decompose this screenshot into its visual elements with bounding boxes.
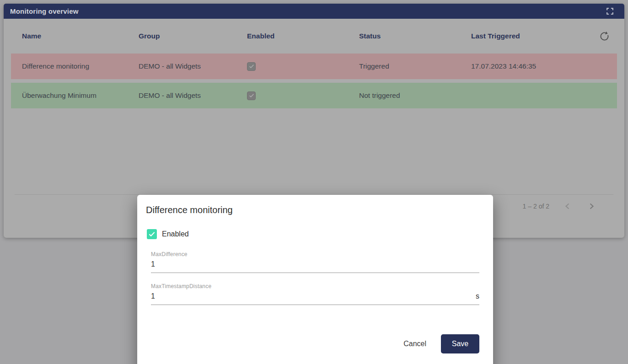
column-header-enabled: Enabled (247, 32, 359, 40)
column-header-name: Name (22, 32, 139, 40)
fullscreen-button[interactable] (606, 7, 614, 16)
check-icon (248, 92, 255, 99)
cell-group: DEMO - all Widgets (139, 62, 247, 70)
table-row[interactable]: Difference monitoring DEMO - all Widgets… (11, 54, 617, 79)
enabled-checkbox-row: Enabled (147, 229, 493, 239)
panel-title: Monitoring overview (10, 7, 79, 15)
cell-last-triggered: 17.07.2023 14:46:35 (471, 62, 599, 70)
table-header-row: Name Group Enabled Status Last Triggered (11, 19, 617, 54)
panel-titlebar: Monitoring overview (4, 4, 624, 19)
dialog-actions: Cancel Save (137, 334, 479, 353)
cell-status: Not triggered (359, 91, 471, 100)
refresh-icon (599, 31, 610, 42)
cell-name: Difference monitoring (22, 62, 139, 70)
max-timestamp-distance-label: MaxTimestampDistance (151, 283, 479, 289)
chevron-left-icon (562, 201, 573, 212)
chevron-right-icon (586, 201, 597, 212)
max-timestamp-distance-field: MaxTimestampDistance s (151, 283, 479, 305)
cell-group: DEMO - all Widgets (139, 91, 247, 100)
enabled-checkbox[interactable] (147, 229, 157, 239)
pagination-prev-button[interactable] (562, 201, 573, 212)
max-difference-label: MaxDifference (151, 251, 479, 257)
monitoring-table: Name Group Enabled Status Last Triggered… (4, 19, 624, 218)
column-header-status: Status (359, 32, 471, 40)
max-timestamp-distance-underline: s (151, 290, 479, 305)
save-button[interactable]: Save (441, 334, 479, 353)
max-timestamp-distance-input[interactable] (151, 292, 476, 300)
enabled-checkbox-label: Enabled (162, 230, 189, 238)
column-header-last-triggered: Last Triggered (471, 32, 599, 40)
refresh-button[interactable] (599, 31, 617, 42)
fullscreen-icon (606, 7, 614, 16)
pagination-next-button[interactable] (586, 201, 597, 212)
cancel-button[interactable]: Cancel (395, 335, 435, 353)
max-difference-field: MaxDifference (151, 251, 479, 273)
column-header-group: Group (139, 32, 247, 40)
check-icon (248, 63, 255, 70)
enabled-checkbox (247, 62, 256, 71)
unit-suffix: s (476, 292, 479, 300)
dialog-title: Difference monitoring (146, 205, 493, 215)
enabled-checkbox (247, 91, 256, 100)
check-icon (148, 230, 156, 238)
cell-name: Überwachung Minimum (22, 91, 139, 100)
max-difference-underline (151, 258, 479, 273)
difference-monitoring-dialog: Difference monitoring Enabled MaxDiffere… (137, 195, 493, 364)
cell-status: Triggered (359, 62, 471, 70)
max-difference-input[interactable] (151, 260, 479, 268)
pagination-range-label: 1 – 2 of 2 (523, 203, 549, 210)
table-row[interactable]: Überwachung Minimum DEMO - all Widgets N… (11, 83, 617, 108)
